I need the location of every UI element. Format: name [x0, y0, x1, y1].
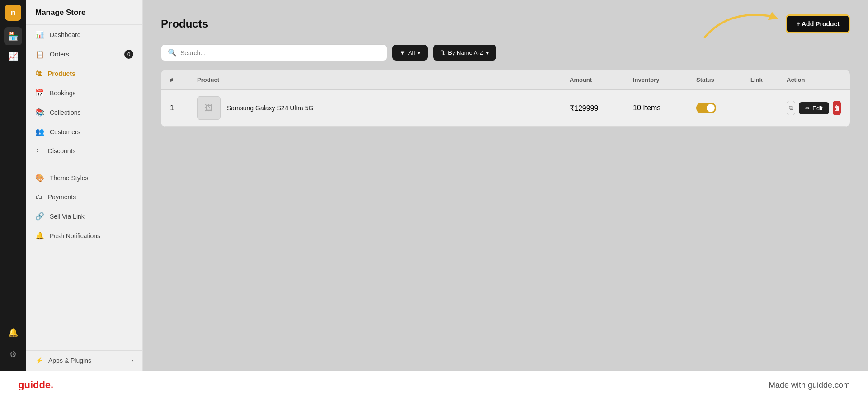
sidebar-item-theme-styles[interactable]: 🎨 Theme Styles — [26, 168, 142, 188]
sort-icon: ⇅ — [440, 49, 445, 56]
link-icon: 🔗 — [35, 212, 44, 221]
sidebar-item-apps-plugins[interactable]: ⚡ Apps & Plugins › — [26, 351, 142, 371]
col-action: Action — [787, 76, 841, 83]
search-icon: 🔍 — [168, 48, 177, 57]
status-toggle[interactable] — [696, 103, 716, 113]
apps-plugins-label: Apps & Plugins — [48, 357, 91, 364]
products-table: # Product Amount Inventory Status Link A… — [161, 70, 850, 127]
bookings-icon: 📅 — [35, 89, 44, 97]
sidebar-item-products[interactable]: 🛍 Products — [26, 64, 142, 83]
delete-icon: 🗑 — [834, 104, 840, 112]
main-content: Products + Add Product 🔍 ▼ All ▾ ⇅ — [143, 0, 868, 371]
chevron-right-icon: › — [132, 357, 133, 364]
table-header: # Product Amount Inventory Status Link A… — [161, 70, 850, 90]
orders-badge: 0 — [124, 50, 133, 59]
sidebar-item-label: Theme Styles — [50, 174, 89, 182]
sidebar-item-label: Customers — [50, 128, 80, 136]
product-thumbnail: 🖼 — [197, 96, 221, 120]
page-header: Products + Add Product — [161, 14, 850, 33]
sort-label: By Name A-Z — [448, 49, 483, 56]
sidebar-title: Manage Store — [26, 0, 142, 25]
col-product: Product — [197, 76, 570, 83]
svg-marker-0 — [768, 12, 778, 20]
sidebar-item-label: Collections — [50, 109, 80, 116]
add-product-label: + Add Product — [796, 20, 840, 28]
sidebar-item-label: Dashboard — [50, 31, 81, 38]
search-box: 🔍 — [161, 44, 387, 61]
filter-button[interactable]: ▼ All ▾ — [392, 45, 428, 61]
col-link: Link — [750, 76, 787, 83]
page-title: Products — [161, 18, 208, 30]
sidebar-item-orders[interactable]: 📋 Orders 0 — [26, 44, 142, 64]
sidebar-item-label: Orders — [50, 51, 69, 58]
delete-button[interactable]: 🗑 — [833, 101, 841, 115]
sidebar-item-sell-via-link[interactable]: 🔗 Sell Via Link — [26, 207, 142, 226]
sidebar-item-payments[interactable]: 🗂 Payments — [26, 188, 142, 207]
toolbar: 🔍 ▼ All ▾ ⇅ By Name A-Z ▾ — [161, 44, 850, 61]
footer-logo: guidde. — [18, 379, 53, 391]
sidebar-item-customers[interactable]: 👥 Customers — [26, 122, 142, 141]
customers-icon: 👥 — [35, 127, 44, 136]
product-amount: ₹129999 — [570, 104, 633, 113]
sidebar-item-push-notifications[interactable]: 🔔 Push Notifications — [26, 226, 142, 245]
nav-bottom: ⚡ Apps & Plugins › — [26, 350, 142, 371]
bell-icon[interactable]: 🔔 — [4, 324, 22, 342]
arrow-annotation — [696, 5, 787, 45]
table-row: 1 🖼 Samsung Galaxy S24 Ultra 5G ₹129999 … — [161, 90, 850, 127]
orders-icon: 📋 — [35, 50, 44, 59]
dashboard-icon: 📊 — [35, 30, 44, 39]
app-logo[interactable]: n — [5, 5, 21, 21]
add-product-button[interactable]: + Add Product — [786, 14, 850, 33]
icon-store[interactable]: 🏪 — [4, 27, 22, 45]
action-cell: ⧉ ✏ Edit 🗑 — [787, 101, 841, 115]
nav-divider — [33, 164, 135, 164]
icon-sidebar: n 🏪 📈 🔔 ⚙ — [0, 0, 26, 371]
sidebar-item-bookings[interactable]: 📅 Bookings — [26, 83, 142, 103]
col-amount: Amount — [570, 76, 633, 83]
footer: guidde. Made with guidde.com — [0, 371, 868, 399]
row-index: 1 — [170, 104, 197, 112]
col-inventory: Inventory — [633, 76, 696, 83]
col-number: # — [170, 76, 197, 83]
filter-label: All — [408, 49, 415, 56]
sidebar-item-label: Push Notifications — [50, 232, 100, 239]
sidebar-item-dashboard[interactable]: 📊 Dashboard — [26, 25, 142, 44]
icon-chart[interactable]: 📈 — [4, 47, 22, 65]
product-cell: 🖼 Samsung Galaxy S24 Ultra 5G — [197, 96, 570, 120]
payments-icon: 🗂 — [35, 193, 42, 201]
product-name: Samsung Galaxy S24 Ultra 5G — [227, 104, 313, 112]
notifications-icon: 🔔 — [35, 231, 44, 240]
copy-button[interactable]: ⧉ — [787, 101, 795, 115]
collections-icon: 📚 — [35, 108, 44, 117]
product-inventory: 10 Items — [633, 104, 696, 112]
sidebar-item-discounts[interactable]: 🏷 Discounts — [26, 141, 142, 160]
sidebar-item-label: Sell Via Link — [50, 213, 85, 220]
products-icon: 🛍 — [35, 70, 42, 78]
sidebar-item-label: Products — [48, 70, 75, 77]
sort-button[interactable]: ⇅ By Name A-Z ▾ — [433, 45, 496, 61]
sidebar-item-label: Bookings — [50, 89, 76, 97]
sidebar-item-label: Payments — [48, 193, 76, 201]
sidebar-item-collections[interactable]: 📚 Collections — [26, 103, 142, 122]
footer-tagline: Made with guidde.com — [769, 380, 850, 390]
col-status: Status — [696, 76, 750, 83]
discounts-icon: 🏷 — [35, 147, 42, 155]
sidebar-item-label: Discounts — [48, 147, 75, 155]
edit-button[interactable]: ✏ Edit — [799, 102, 829, 114]
search-input[interactable] — [180, 49, 380, 56]
nav-sidebar: Manage Store 📊 Dashboard 📋 Orders 0 🛍 Pr… — [26, 0, 143, 371]
theme-icon: 🎨 — [35, 174, 44, 182]
filter-chevron-icon: ▾ — [417, 49, 420, 56]
filter-icon: ▼ — [400, 49, 406, 56]
edit-label: Edit — [812, 105, 822, 112]
edit-icon: ✏ — [805, 105, 810, 112]
apps-icon: ⚡ — [35, 357, 43, 364]
settings-icon[interactable]: ⚙ — [4, 345, 22, 363]
sort-chevron-icon: ▾ — [486, 49, 489, 56]
